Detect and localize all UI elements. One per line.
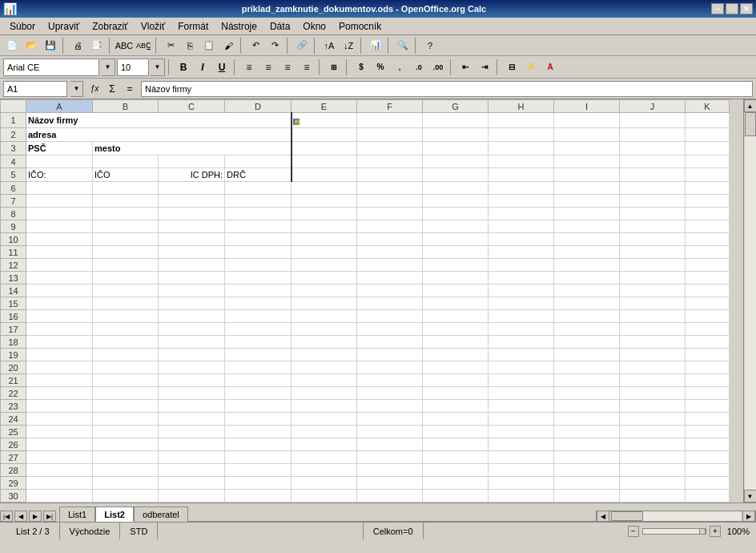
cell-r9-c6[interactable]	[357, 220, 423, 233]
cell-r8-c3[interactable]	[159, 208, 225, 220]
indent-more-button[interactable]: ⇥	[476, 59, 493, 76]
cell-r6-c6[interactable]	[357, 182, 423, 195]
cell-r23-c5[interactable]	[292, 400, 357, 413]
cell-r20-c7[interactable]	[423, 361, 489, 374]
print-preview-button[interactable]: 🖨	[69, 37, 86, 54]
cell-r3-c8[interactable]	[489, 142, 554, 155]
cell-r4-c9[interactable]	[554, 155, 620, 168]
cell-r26-c11[interactable]	[686, 438, 730, 451]
cell-r16-c6[interactable]	[357, 310, 423, 323]
cell-r10-c7[interactable]	[423, 233, 489, 246]
cell-r22-c7[interactable]	[423, 387, 489, 400]
cell-r7-c2[interactable]	[93, 195, 159, 208]
cell-r28-c10[interactable]	[620, 464, 686, 477]
cell-r9-c10[interactable]	[620, 220, 686, 233]
maximize-button[interactable]: □	[726, 3, 738, 14]
cell-r11-c9[interactable]	[554, 246, 620, 259]
cell-r10-c10[interactable]	[620, 233, 686, 246]
minimize-button[interactable]: −	[711, 3, 724, 14]
cell-r6-c11[interactable]	[686, 182, 730, 195]
menu-view[interactable]: Zobraziť	[86, 19, 135, 34]
cell-r29-c1[interactable]	[26, 477, 93, 490]
table-row[interactable]: 18	[1, 336, 730, 349]
cell-r8-c8[interactable]	[489, 208, 554, 220]
cell-r13-c8[interactable]	[489, 272, 554, 285]
cell-r23-c11[interactable]	[686, 400, 730, 413]
cell-r5-c10[interactable]	[620, 168, 686, 182]
col-header-D[interactable]: D	[225, 100, 292, 113]
cell-r13-c5[interactable]	[292, 272, 357, 285]
align-center-button[interactable]: ≡	[259, 59, 277, 76]
cell-r10-c3[interactable]	[159, 233, 225, 246]
table-row[interactable]: 5IČO:IČOIC DPH:DRČ	[1, 168, 730, 182]
cell-r11-c7[interactable]	[423, 246, 489, 259]
cell-r12-c11[interactable]	[686, 259, 730, 272]
cell-r20-c4[interactable]	[225, 361, 292, 374]
cell-r17-c5[interactable]	[292, 323, 357, 336]
cell-r30-c1[interactable]	[26, 490, 93, 503]
new-button[interactable]: 📄	[3, 37, 21, 54]
cell-r14-c1[interactable]	[26, 285, 93, 297]
cell-r13-c4[interactable]	[225, 272, 292, 285]
cell-r14-c5[interactable]	[292, 285, 357, 297]
cell-r8-c2[interactable]	[93, 208, 159, 220]
cell-r12-c7[interactable]	[423, 259, 489, 272]
cell-r24-c1[interactable]	[26, 413, 93, 426]
cell-r21-c1[interactable]	[26, 374, 93, 387]
cell-r17-c3[interactable]	[159, 323, 225, 336]
cell-r4-c10[interactable]	[620, 155, 686, 168]
menu-help[interactable]: Pomocník	[332, 19, 388, 34]
table-row[interactable]: 28	[1, 464, 730, 477]
cell-r22-c6[interactable]	[357, 387, 423, 400]
cell-r25-c2[interactable]	[93, 426, 159, 438]
cell-r23-c1[interactable]	[26, 400, 93, 413]
cell-r7-c9[interactable]	[554, 195, 620, 208]
cell-r29-c10[interactable]	[620, 477, 686, 490]
col-header-H[interactable]: H	[489, 100, 554, 113]
cell-r28-c7[interactable]	[423, 464, 489, 477]
cell-r8-c10[interactable]	[620, 208, 686, 220]
cell-r28-c9[interactable]	[554, 464, 620, 477]
cell-r12-c9[interactable]	[554, 259, 620, 272]
cell-r30-c8[interactable]	[489, 490, 554, 503]
cell-r21-c3[interactable]	[159, 374, 225, 387]
cell-r24-c8[interactable]	[489, 413, 554, 426]
cell-r5-c8[interactable]	[489, 168, 554, 182]
cell-r8-c5[interactable]	[292, 208, 357, 220]
table-row[interactable]: 7	[1, 195, 730, 208]
cell-r7-c4[interactable]	[225, 195, 292, 208]
cell-r30-c10[interactable]	[620, 490, 686, 503]
cell-r18-c11[interactable]	[686, 336, 730, 349]
table-row[interactable]: 27	[1, 451, 730, 464]
cell-r15-c6[interactable]	[357, 297, 423, 310]
decimal-inc-button[interactable]: .0	[410, 59, 428, 76]
cell-r11-c8[interactable]	[489, 246, 554, 259]
cell-r29-c4[interactable]	[225, 477, 292, 490]
cell-r15-c4[interactable]	[225, 297, 292, 310]
table-row[interactable]: 11	[1, 246, 730, 259]
menu-window[interactable]: Okno	[296, 19, 332, 34]
cell-r25-c11[interactable]	[686, 426, 730, 438]
cell-r13-c9[interactable]	[554, 272, 620, 285]
cell-r8-c11[interactable]	[686, 208, 730, 220]
indent-less-button[interactable]: ⇤	[456, 59, 474, 76]
cell-r22-c2[interactable]	[93, 387, 159, 400]
currency-button[interactable]: $	[352, 59, 370, 76]
cell-r16-c4[interactable]	[225, 310, 292, 323]
cell-r28-c11[interactable]	[686, 464, 730, 477]
cell-r27-c11[interactable]	[686, 451, 730, 464]
zoom-in-button[interactable]: 🔍	[394, 37, 412, 54]
cell-r14-c10[interactable]	[620, 285, 686, 297]
cell-r26-c1[interactable]	[26, 438, 93, 451]
col-header-G[interactable]: G	[423, 100, 489, 113]
close-button[interactable]: ✕	[740, 3, 753, 14]
cell-r9-c4[interactable]	[225, 220, 292, 233]
cell-r2-c8[interactable]	[489, 128, 554, 142]
cell-r25-c6[interactable]	[357, 426, 423, 438]
zoom-thumb[interactable]	[699, 528, 706, 535]
tab-list2[interactable]: List2	[95, 507, 134, 522]
cell-r15-c3[interactable]	[159, 297, 225, 310]
cell-r26-c3[interactable]	[159, 438, 225, 451]
table-row[interactable]: 22	[1, 387, 730, 400]
cell-r24-c3[interactable]	[159, 413, 225, 426]
